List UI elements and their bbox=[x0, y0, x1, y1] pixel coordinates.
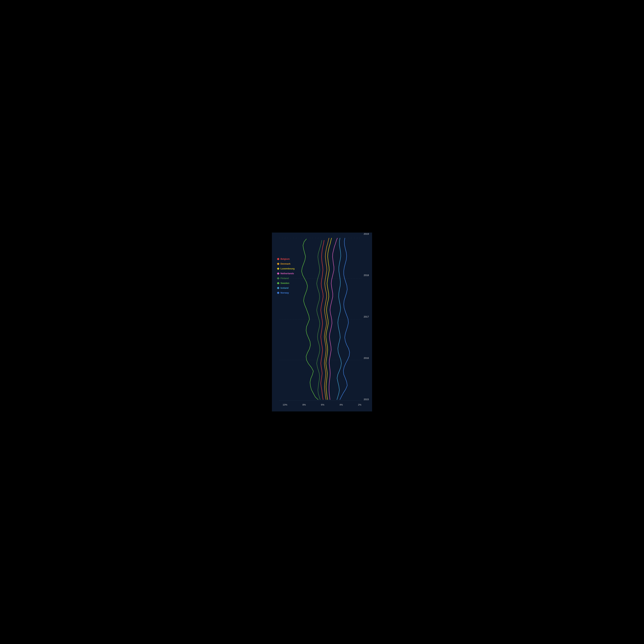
legend: Belgium Denmark Luxembourg Netherlands F… bbox=[277, 258, 295, 294]
legend-item-norway: Norway bbox=[277, 291, 295, 294]
luxembourg-icon bbox=[277, 267, 279, 270]
netherlands-label: Netherlands bbox=[280, 272, 294, 275]
iceland-icon bbox=[277, 287, 279, 289]
legend-item-finland: Finland bbox=[277, 277, 295, 280]
legend-item-belgium: Belgium bbox=[277, 258, 295, 260]
x-label-2: 2% bbox=[358, 403, 361, 406]
legend-item-netherlands: Netherlands bbox=[277, 272, 295, 275]
iceland-label: Iceland bbox=[280, 287, 289, 289]
sweden-label: Sweden bbox=[280, 282, 289, 284]
chart-container: Belgium Denmark Luxembourg Netherlands F… bbox=[272, 233, 372, 411]
x-axis-labels: 10% 8% 6% 4% 2% bbox=[283, 403, 361, 406]
legend-item-iceland: Iceland bbox=[277, 287, 295, 289]
year-2017: 2017 bbox=[364, 315, 369, 318]
belgium-icon bbox=[277, 258, 279, 260]
iceland-line bbox=[337, 238, 341, 400]
norway-icon bbox=[277, 291, 279, 294]
belgium-line bbox=[321, 240, 324, 400]
norway-label: Norway bbox=[280, 291, 289, 294]
finland-icon bbox=[277, 277, 279, 279]
denmark-label: Denmark bbox=[280, 262, 291, 265]
year-labels: 2019 2018 2017 2016 2015 bbox=[364, 233, 369, 401]
legend-item-luxembourg: Luxembourg bbox=[277, 267, 295, 270]
sweden-icon bbox=[277, 282, 279, 284]
luxembourg-label: Luxembourg bbox=[280, 267, 295, 270]
finland-label: Finland bbox=[280, 277, 289, 280]
legend-item-denmark: Denmark bbox=[277, 262, 295, 265]
denmark-icon bbox=[277, 262, 279, 265]
x-label-4: 4% bbox=[340, 403, 343, 406]
netherlands-icon bbox=[277, 272, 279, 275]
year-2015: 2015 bbox=[364, 398, 369, 401]
legend-item-sweden: Sweden bbox=[277, 282, 295, 284]
belgium-label: Belgium bbox=[280, 258, 290, 260]
netherlands-line bbox=[329, 238, 337, 400]
x-label-8: 8% bbox=[303, 403, 306, 406]
year-2016: 2016 bbox=[364, 357, 369, 359]
luxembourg-line bbox=[326, 238, 332, 400]
finland-line bbox=[317, 240, 322, 400]
year-2019: 2019 bbox=[364, 233, 369, 235]
x-label-6: 6% bbox=[321, 403, 324, 406]
norway-line bbox=[340, 238, 350, 400]
year-2018: 2018 bbox=[364, 274, 369, 277]
x-label-10: 10% bbox=[283, 403, 287, 406]
